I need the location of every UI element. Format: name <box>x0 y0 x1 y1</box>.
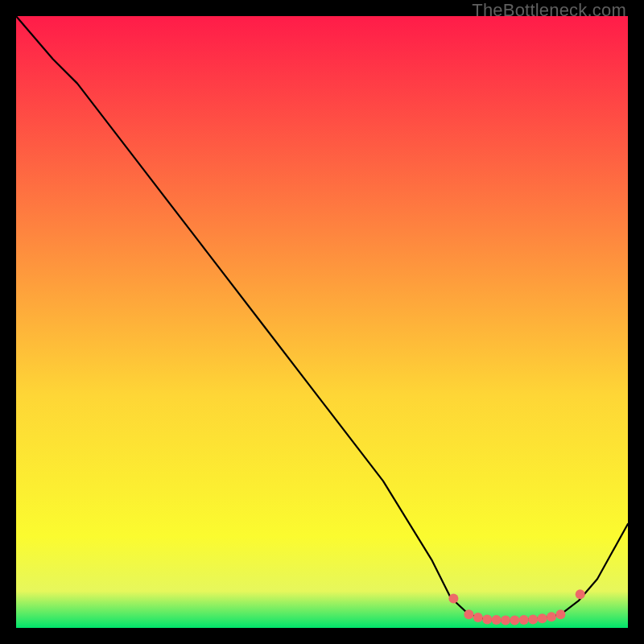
bottleneck-chart <box>16 16 628 628</box>
optimal-marker <box>492 615 502 625</box>
optimal-marker <box>464 609 473 619</box>
optimal-marker <box>510 616 519 625</box>
optimal-marker <box>538 613 547 623</box>
optimal-marker <box>555 609 565 619</box>
optimal-marker <box>448 594 458 604</box>
watermark-text: TheBottleneck.com <box>472 0 626 21</box>
optimal-marker <box>501 616 510 625</box>
gradient-background <box>16 16 628 628</box>
optimal-marker <box>482 614 492 624</box>
optimal-marker <box>576 589 585 599</box>
optimal-marker <box>528 614 538 624</box>
optimal-marker <box>547 612 556 621</box>
chart-frame <box>16 16 628 628</box>
optimal-marker <box>473 613 483 622</box>
optimal-marker <box>519 615 529 625</box>
